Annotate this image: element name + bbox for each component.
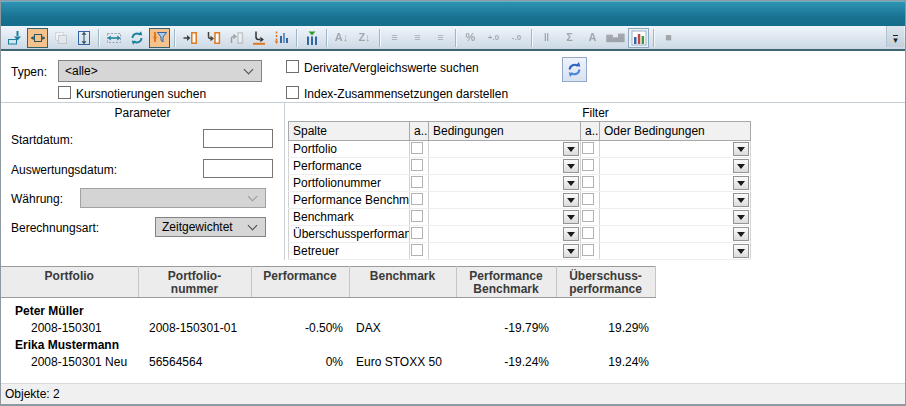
condition-dropdown-button[interactable] xyxy=(563,193,579,207)
filter-and-checkbox[interactable] xyxy=(411,176,423,188)
or-condition-cell[interactable] xyxy=(600,141,751,158)
toolbar-separator xyxy=(326,29,327,47)
save-view-icon[interactable] xyxy=(4,28,25,48)
filter-and-checkbox[interactable] xyxy=(411,142,423,154)
condition-dropdown-button[interactable] xyxy=(563,244,579,258)
toolbar-separator xyxy=(296,29,297,47)
sum-icon[interactable]: Σ xyxy=(559,28,580,48)
fit-height-icon[interactable] xyxy=(73,28,94,48)
drill-down-icon[interactable] xyxy=(202,28,223,48)
or-condition-dropdown-button[interactable] xyxy=(733,193,749,207)
results-table: Portfolio Portfolio-nummer Performance B… xyxy=(1,266,656,371)
or-condition-cell[interactable] xyxy=(600,192,751,209)
refresh-search-button[interactable] xyxy=(562,57,587,82)
filter-and-checkbox[interactable] xyxy=(411,193,423,205)
copy-view-icon[interactable] xyxy=(50,28,71,48)
condition-dropdown-button[interactable] xyxy=(563,210,579,224)
or-condition-cell[interactable] xyxy=(600,209,751,226)
percent-format-icon[interactable]: % xyxy=(460,28,481,48)
cell-portfolio: 2008-150301 xyxy=(1,320,138,337)
filter-or-checkbox[interactable] xyxy=(582,244,594,256)
sort-ascending-icon[interactable]: A↓ xyxy=(331,28,352,48)
results-header-performance: Performance xyxy=(251,267,349,298)
chart-gray-icon[interactable]: ▆▄▇ xyxy=(605,28,626,48)
chart-icon[interactable] xyxy=(628,28,649,48)
filter-and-checkbox[interactable] xyxy=(411,244,423,256)
condition-cell[interactable] xyxy=(429,209,581,226)
results-group-row[interactable]: Erika Mustermann xyxy=(1,337,655,354)
or-condition-cell[interactable] xyxy=(600,158,751,175)
dropdown-arrow-icon xyxy=(567,164,575,169)
or-condition-dropdown-button[interactable] xyxy=(733,244,749,258)
fit-window-icon[interactable] xyxy=(27,28,48,48)
filter-or-checkbox[interactable] xyxy=(582,159,594,171)
condition-dropdown-button[interactable] xyxy=(563,176,579,190)
filter-or-checkbox[interactable] xyxy=(582,193,594,205)
index-checkbox[interactable] xyxy=(286,86,299,99)
filter-header-oder: Oder Bedingungen xyxy=(600,122,751,141)
typen-combobox[interactable]: <alle> xyxy=(58,60,262,82)
condition-cell[interactable] xyxy=(429,158,581,175)
filter-or-checkbox[interactable] xyxy=(582,227,594,239)
or-condition-cell[interactable] xyxy=(600,175,751,192)
cell-portfolio: 2008-150301 Neu xyxy=(1,354,138,371)
condition-dropdown-button[interactable] xyxy=(563,227,579,241)
histogram-settings-icon[interactable] xyxy=(271,28,292,48)
filter-table: Spalte a.. Bedingungen a.. Oder Bedingun… xyxy=(288,121,751,260)
kursnotierungen-label: Kursnotierungen suchen xyxy=(76,87,206,101)
or-condition-dropdown-button[interactable] xyxy=(733,176,749,190)
auto-column-width-icon[interactable] xyxy=(103,28,124,48)
or-condition-cell[interactable] xyxy=(600,226,751,243)
filter-or-checkbox[interactable] xyxy=(582,210,594,222)
condition-dropdown-button[interactable] xyxy=(563,159,579,173)
insert-column-icon[interactable] xyxy=(301,28,322,48)
filter-or-checkbox[interactable] xyxy=(582,142,594,154)
waehrung-label: Währung: xyxy=(11,192,63,206)
results-row[interactable]: 2008-150301 2008-150301-01 -0.50% DAX -1… xyxy=(1,320,655,337)
placeholder-icon[interactable]: ■ xyxy=(658,28,679,48)
filter-and-checkbox[interactable] xyxy=(411,159,423,171)
results-header-row: Portfolio Portfolio-nummer Performance B… xyxy=(1,267,655,298)
sort-descending-icon[interactable]: Z↓ xyxy=(354,28,375,48)
drill-up-icon[interactable] xyxy=(225,28,246,48)
results-row[interactable]: 2008-150301 Neu 56564564 0% Euro STOXX 5… xyxy=(1,354,655,371)
derivate-checkbox[interactable] xyxy=(286,60,299,73)
condition-dropdown-button[interactable] xyxy=(563,142,579,156)
or-condition-dropdown-button[interactable] xyxy=(733,210,749,224)
kursnotierungen-checkbox[interactable] xyxy=(58,86,71,99)
condition-cell[interactable] xyxy=(429,226,581,243)
waehrung-combobox[interactable] xyxy=(80,188,266,208)
or-condition-dropdown-button[interactable] xyxy=(733,142,749,156)
font-icon[interactable]: A xyxy=(582,28,603,48)
filter-icon[interactable] xyxy=(149,28,170,48)
filter-column-label: Performance Benchmark xyxy=(289,192,410,209)
remove-decimal-icon[interactable]: -.0 xyxy=(506,28,527,48)
condition-cell[interactable] xyxy=(429,141,581,158)
berechnungsart-value: Zeitgewichtet xyxy=(162,220,233,234)
add-decimal-icon[interactable]: +.0 xyxy=(483,28,504,48)
toolbar-overflow-button[interactable]: ▾ xyxy=(886,26,904,47)
filter-and-checkbox[interactable] xyxy=(411,227,423,239)
align-center-icon[interactable]: ≡ xyxy=(407,28,428,48)
condition-cell[interactable] xyxy=(429,192,581,209)
or-condition-cell[interactable] xyxy=(600,243,751,260)
startdatum-input[interactable] xyxy=(203,129,273,148)
toolbar-separator xyxy=(98,29,99,47)
dropdown-arrow-icon xyxy=(567,249,575,254)
condition-cell[interactable] xyxy=(429,175,581,192)
filter-and-checkbox[interactable] xyxy=(411,210,423,222)
cell-ueberschuss: 19.24% xyxy=(556,354,655,371)
condition-cell[interactable] xyxy=(429,243,581,260)
filter-or-checkbox[interactable] xyxy=(582,176,594,188)
refresh-icon[interactable] xyxy=(126,28,147,48)
berechnungsart-combobox[interactable]: Zeitgewichtet xyxy=(155,217,266,237)
goto-bottom-icon[interactable] xyxy=(248,28,269,48)
or-condition-dropdown-button[interactable] xyxy=(733,227,749,241)
or-condition-dropdown-button[interactable] xyxy=(733,159,749,173)
freeze-columns-icon[interactable]: ‖ xyxy=(536,28,557,48)
results-group-row[interactable]: Peter Müller xyxy=(1,303,655,320)
align-left-icon[interactable]: ≡ xyxy=(384,28,405,48)
auswertungsdatum-input[interactable] xyxy=(203,159,273,178)
expand-right-icon[interactable] xyxy=(179,28,200,48)
align-right-icon[interactable]: ≡ xyxy=(430,28,451,48)
